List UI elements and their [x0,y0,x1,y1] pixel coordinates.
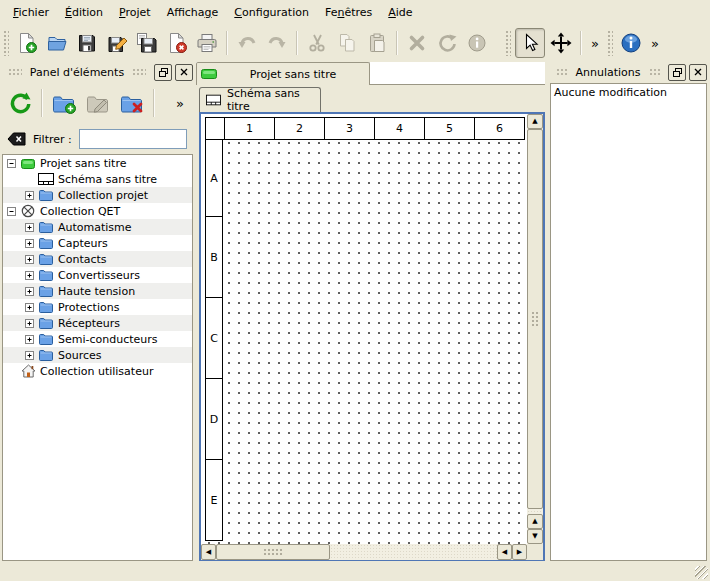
dock-grip[interactable] [649,68,660,76]
tree-item-project[interactable]: Projet sans titre [3,155,192,171]
copy-button[interactable] [333,29,361,57]
print-button[interactable] [193,29,221,57]
expand-expander-icon[interactable] [25,191,34,200]
tree-item-automatisme[interactable]: Automatisme [3,219,192,235]
tree-item-label: Sources [58,349,102,362]
close-panel-button[interactable] [689,64,707,81]
tree-item-collection-qet[interactable]: Collection QET [3,203,192,219]
expand-expander-icon[interactable] [25,239,34,248]
scroll-up-button[interactable]: ▲ [527,114,543,129]
tree-item-contacts[interactable]: Contacts [3,251,192,267]
float-panel-button[interactable] [154,64,172,81]
scroll-down-button[interactable]: ▼ [527,529,543,544]
vertical-scrollbar[interactable]: ▲ ▲ ▼ [527,114,543,544]
save-all-button[interactable] [133,29,161,57]
scroll-left-button[interactable]: ◀ [201,544,216,560]
horizontal-scroll-thumb[interactable] [216,544,330,560]
undo-button[interactable] [233,29,261,57]
menu-configuration[interactable]: Configuration [227,3,316,22]
tab-projet-sans-titre[interactable]: Projet sans titre [196,62,370,85]
tree-item-semi-conducteurs[interactable]: Semi-conducteurs [3,331,192,347]
tree-item-collection-projet[interactable]: Collection projet [3,187,192,203]
undo-panel-dock: Annulations Aucune modification [548,62,710,561]
scroll-up-button-secondary[interactable]: ▲ [527,514,543,529]
float-icon [673,68,682,77]
expand-expander-icon[interactable] [25,287,34,296]
select-mode-button[interactable] [515,28,545,58]
new-document-button[interactable] [13,29,41,57]
vertical-scroll-thumb[interactable] [527,129,543,509]
toolbar-overflow-chevron[interactable]: » [591,36,599,51]
save-button[interactable] [73,29,101,57]
about-qet-button[interactable] [617,29,645,57]
delete-button[interactable] [403,29,431,57]
project-tab-bar: Projet sans titre [196,62,545,85]
undo-panel-titlebar[interactable]: Annulations [548,62,710,82]
tree-item-recepteurs[interactable]: Récepteurs [3,315,192,331]
collapse-expander-icon[interactable] [7,207,16,216]
horizontal-scrollbar[interactable]: ◀ ◀ ▶ [201,544,527,560]
expand-expander-icon[interactable] [25,303,34,312]
tab-schema-sans-titre[interactable]: Schéma sans titre [199,87,321,112]
paste-button[interactable] [363,29,391,57]
menu-aide[interactable]: Aide [381,3,419,22]
menu-affichage[interactable]: Affichage [160,3,226,22]
close-icon [180,68,188,76]
expand-expander-icon[interactable] [25,255,34,264]
resize-grip-icon[interactable] [695,566,708,579]
close-panel-button[interactable] [175,64,193,81]
filter-input[interactable] [79,129,187,149]
dock-grip[interactable] [556,68,567,76]
information-button[interactable] [463,29,491,57]
rotate-button[interactable] [433,29,461,57]
open-document-button[interactable] [43,29,71,57]
elements-panel-titlebar[interactable]: Panel d'éléments [0,62,196,82]
tree-item-sources[interactable]: Sources [3,347,192,363]
tree-item-convertisseurs[interactable]: Convertisseurs [3,267,192,283]
panel-overflow-chevron[interactable]: » [176,96,184,111]
expand-expander-icon[interactable] [25,335,34,344]
tree-item-protections[interactable]: Protections [3,299,192,315]
expand-expander-icon[interactable] [25,223,34,232]
toolbar-grip[interactable] [3,30,9,56]
info-blue-icon [620,32,642,54]
scroll-right-button[interactable]: ▶ [512,544,527,560]
menu-fenetres[interactable]: Fenêtres [318,3,379,22]
float-panel-button[interactable] [668,64,686,81]
scroll-mode-button[interactable] [547,29,575,57]
tree-item-collection-utilisateur[interactable]: Collection utilisateur [3,363,192,379]
toolbar-overflow-chevron[interactable]: » [651,36,659,51]
delete-category-button[interactable] [116,87,148,119]
tree-item-capteurs[interactable]: Capteurs [3,235,192,251]
close-file-button[interactable] [163,29,191,57]
save-as-button[interactable] [103,29,131,57]
menu-fichier[interactable]: Fichier [6,3,56,22]
dock-grip[interactable] [132,68,146,76]
project-icon [201,68,217,80]
cut-button[interactable] [303,29,331,57]
toolbar-separator [396,31,398,55]
ruler-column: 4 [374,118,424,139]
clear-filter-button[interactable] [7,132,26,146]
toolbar-grip[interactable] [505,30,511,56]
edit-category-button[interactable] [82,87,114,119]
toolbar-grip[interactable] [607,30,613,56]
schema-canvas[interactable]: 1 2 3 4 5 6 A B C D E [201,114,527,544]
undo-history-list[interactable]: Aucune modification [550,83,707,561]
menu-projet[interactable]: Projet [112,3,158,22]
redo-button[interactable] [263,29,291,57]
tree-item-label: Contacts [58,253,107,266]
dock-grip[interactable] [8,68,22,76]
expand-expander-icon[interactable] [25,319,34,328]
expand-expander-icon[interactable] [25,271,34,280]
collapse-expander-icon[interactable] [7,159,16,168]
scroll-left-button-secondary[interactable]: ◀ [497,544,512,560]
tree-item-haute-tension[interactable]: Haute tension [3,283,192,299]
tree-item-label: Récepteurs [58,317,120,330]
tree-item-schema[interactable]: Schéma sans titre [3,171,192,187]
expand-expander-icon[interactable] [25,351,34,360]
new-category-button[interactable] [48,87,80,119]
reload-collections-button[interactable] [4,87,36,119]
menu-edition[interactable]: Édition [58,3,110,22]
column-ruler: 1 2 3 4 5 6 [205,117,525,140]
